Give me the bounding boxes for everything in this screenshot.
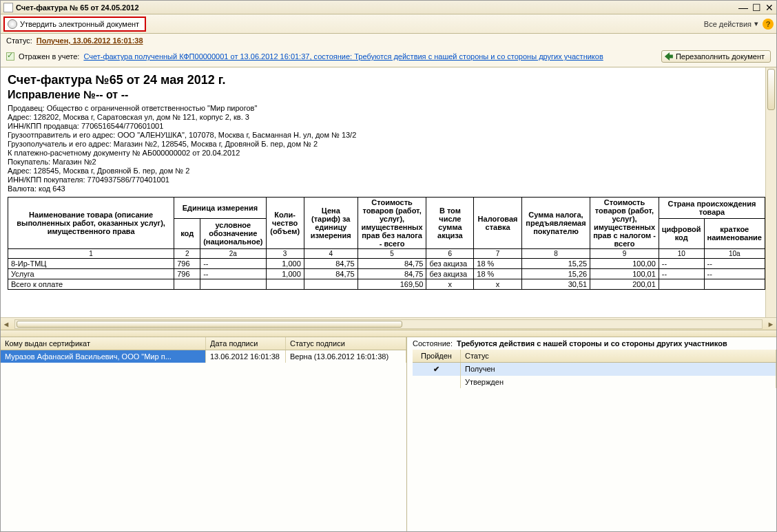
seller-address: Адрес: 128202, Москва г, Саратовская ул,…	[8, 113, 765, 121]
th-price: Цена (тариф) за единицу измерения	[304, 198, 358, 249]
doc-correction: Исправление №-- от --	[8, 89, 765, 101]
cert-col-status[interactable]: Статус подписи	[286, 337, 406, 350]
scrollbar-thumb[interactable]	[767, 69, 775, 110]
th-qty: Коли-чество (объем)	[266, 198, 304, 249]
buyer-inn: ИНН/КПП покупателя: 7704937586/770401001	[8, 175, 765, 184]
buyer-address: Адрес: 128545, Москва г, Дровяной Б. пер…	[8, 167, 765, 175]
status-bar: Статус: Получен, 13.06.2012 16:01:38	[1, 34, 776, 47]
table-total-row: Всего к оплате 169,50 x x 30,51 200,01	[8, 279, 765, 290]
th-unit: Единица измерения	[174, 198, 266, 219]
doc-header: Счет-фактура №65 от 24 мая 2012 г. Испра…	[8, 73, 765, 193]
approve-button[interactable]: Утвердить электронный документ	[3, 17, 146, 32]
state-panel: Состояние: Требуются действия с нашей ст…	[407, 337, 776, 531]
window: Счет-фактура № 65 от 24.05.2012 — ☐ ✕ Ут…	[0, 0, 777, 532]
approve-label: Утвердить электронный документ	[20, 20, 139, 28]
state-line: Состояние: Требуются действия с нашей ст…	[413, 337, 776, 350]
shipper: Грузоотправитель и его адрес: ООО "АЛЕНУ…	[8, 131, 765, 139]
document-area: Счет-фактура №65 от 24 мая 2012 г. Испра…	[1, 67, 776, 318]
chevron-down-icon: ▾	[754, 19, 758, 28]
reflected-link[interactable]: Счет-фактура полученный КФП00000001 от 1…	[83, 52, 603, 61]
state-row[interactable]: ✔ Получен	[413, 363, 776, 376]
th-code: код	[174, 218, 200, 248]
cert-col-who[interactable]: Кому выдан сертификат	[1, 337, 206, 350]
table-row: 8-Ир-ТМЦ 796 -- 1,000 84,75 84,75 без ак…	[8, 259, 765, 269]
th-tax: Сумма налога, предъявляемая покупателю	[521, 198, 590, 249]
status-label: Статус:	[6, 36, 32, 45]
th-name: Наименование товара (описание выполненны…	[8, 198, 174, 249]
reflected-label: Отражен в учете:	[19, 52, 79, 61]
reflected-checkbox[interactable]	[6, 52, 14, 61]
state-col-status[interactable]: Статус	[461, 350, 776, 362]
hscroll-thumb[interactable]	[17, 321, 402, 328]
document-scroll[interactable]: Счет-фактура №65 от 24 мая 2012 г. Испра…	[1, 67, 765, 318]
table-row: Услуга 796 -- 1,000 84,75 84,75 без акци…	[8, 269, 765, 279]
help-icon[interactable]: ?	[763, 19, 774, 30]
window-title: Счет-фактура № 65 от 24.05.2012	[16, 3, 738, 12]
scroll-left-icon[interactable]: ◄	[1, 320, 12, 328]
close-button[interactable]: ✕	[765, 2, 774, 13]
th-unitname: условное обозначение (национальное)	[200, 218, 266, 248]
payment-doc: К платежно-расчетному документу № АБ0000…	[8, 149, 765, 157]
reflected-bar: Отражен в учете: Счет-фактура полученный…	[1, 47, 776, 67]
all-actions-menu[interactable]: Все действия ▾	[704, 19, 758, 28]
currency: Валюта: код 643	[8, 184, 765, 193]
th-cname: краткое наименование	[704, 218, 765, 248]
toolbar: Утвердить электронный документ Все дейст…	[1, 14, 776, 34]
certificate-panel: Кому выдан сертификат Дата подписи Стату…	[1, 337, 407, 531]
scroll-right-icon[interactable]: ►	[765, 320, 776, 328]
buyer: Покупатель: Магазин №2	[8, 158, 765, 166]
minimize-button[interactable]: —	[738, 2, 748, 13]
th-country: Страна происхождения товара	[659, 198, 765, 219]
seller: Продавец: Общество с ограниченной ответс…	[8, 104, 765, 112]
refill-button[interactable]: Перезаполнить документ	[661, 50, 771, 63]
cert-row[interactable]: Муразов Афанасий Васильевич, ООО "Мир п.…	[1, 350, 406, 363]
panel-splitter[interactable]	[1, 330, 776, 337]
arrow-left-icon	[665, 52, 673, 61]
status-value: Получен, 13.06.2012 16:01:38	[37, 36, 143, 45]
th-excise: В том числе сумма акциза	[426, 198, 474, 249]
th-ccode: цифровой код	[659, 218, 704, 248]
maximize-button[interactable]: ☐	[752, 2, 761, 13]
th-total: Стоимость товаров (работ, услуг), имущес…	[590, 198, 659, 249]
horizontal-scrollbar[interactable]: ◄ ►	[1, 318, 776, 330]
stamp-icon	[8, 19, 17, 29]
th-cost: Стоимость товаров (работ, услуг), имущес…	[358, 198, 426, 249]
doc-title: Счет-фактура №65 от 24 мая 2012 г.	[8, 73, 765, 87]
bottom-panels: Кому выдан сертификат Дата подписи Стату…	[1, 337, 776, 531]
consignee: Грузополучатель и его адрес: Магазин №2,…	[8, 140, 765, 148]
invoice-table: Наименование товара (описание выполненны…	[8, 197, 765, 290]
state-row[interactable]: Утвержден	[413, 376, 776, 388]
document-icon	[3, 3, 13, 12]
vertical-scrollbar[interactable]	[765, 67, 776, 318]
state-col-pass[interactable]: Пройден	[413, 350, 461, 362]
seller-inn: ИНН/КПП продавца: 7706516544/770601001	[8, 122, 765, 130]
titlebar: Счет-фактура № 65 от 24.05.2012 — ☐ ✕	[1, 1, 776, 14]
cert-col-date[interactable]: Дата подписи	[206, 337, 286, 350]
th-rate: Налоговая ставка	[474, 198, 521, 249]
